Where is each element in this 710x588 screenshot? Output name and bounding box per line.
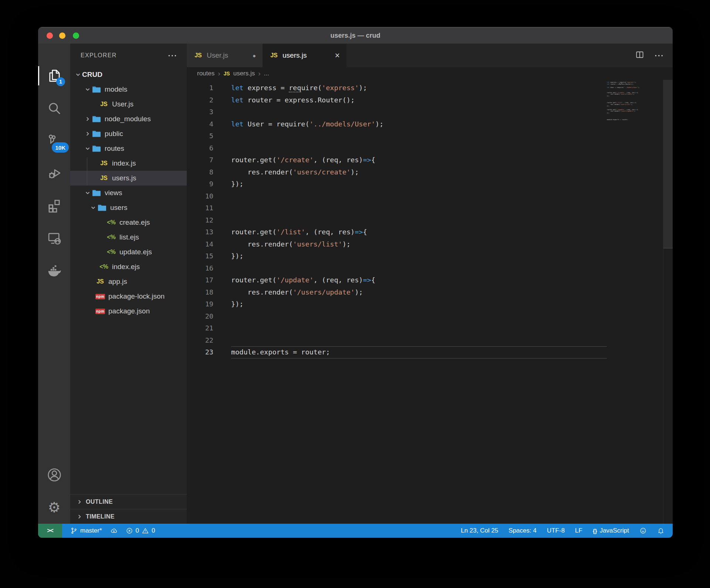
tree-item-user-js[interactable]: JSUser.js — [70, 97, 187, 112]
titlebar[interactable]: users.js — crud — [38, 27, 673, 44]
tab-user-js[interactable]: JS User.js ● — [187, 44, 263, 67]
notifications-item[interactable] — [657, 527, 665, 534]
code-line-17[interactable]: 17router.get('/update', (req, res)=>{ — [187, 274, 673, 286]
code-line-4[interactable]: 4let User = require('../models/User'); — [187, 118, 673, 130]
indent-guide — [87, 157, 87, 186]
tree-item-app-js[interactable]: JSapp.js — [70, 274, 187, 289]
breadcrumb-more[interactable]: ... — [264, 70, 269, 77]
minimap[interactable]: let express = require('express');let rou… — [607, 80, 663, 524]
line-content — [231, 310, 235, 323]
tree-item-public[interactable]: public — [70, 126, 187, 141]
error-icon — [126, 527, 133, 534]
indentation-item[interactable]: Spaces: 4 — [508, 527, 537, 534]
code-line-22[interactable]: 22 — [187, 334, 673, 347]
tree-item-crud[interactable]: CRUD — [70, 67, 187, 82]
source-control-icon[interactable]: 10K — [38, 125, 70, 157]
code-line-9[interactable]: 9}); — [187, 178, 673, 190]
line-content: }); — [231, 250, 243, 262]
run-debug-icon[interactable] — [38, 157, 70, 190]
docker-icon[interactable] — [38, 255, 70, 287]
desktop: users.js — crud 1 10K — [0, 0, 710, 588]
language-mode-item[interactable]: {} JavaScript — [593, 527, 629, 534]
editor-more-actions-icon[interactable]: ⋯ — [654, 51, 664, 60]
explorer-actions-more-icon[interactable]: ⋯ — [168, 51, 177, 60]
extensions-icon[interactable] — [38, 190, 70, 222]
code-line-8[interactable]: 8 res.render('users/create'); — [187, 166, 673, 179]
tree-item-index-ejs[interactable]: <%index.ejs — [70, 259, 187, 274]
tree-item-package-lock-json[interactable]: npmpackage-lock.json — [70, 289, 187, 304]
line-content — [231, 106, 235, 118]
code-line-19[interactable]: 19}); — [187, 298, 673, 310]
editor-area: JS User.js ● JS users.js × ⋯ — [187, 44, 673, 524]
tree-item-users-js[interactable]: JSusers.js — [70, 171, 187, 186]
explorer-icon[interactable]: 1 — [38, 60, 70, 92]
cursor-position-item[interactable]: Ln 23, Col 25 — [461, 527, 498, 534]
braces-icon: {} — [593, 528, 597, 534]
tree-item-label: app.js — [108, 278, 127, 286]
code-line-20[interactable]: 20 — [187, 310, 673, 323]
tree-item-package-json[interactable]: npmpackage.json — [70, 304, 187, 319]
code-line-3[interactable]: 3 — [187, 106, 673, 118]
scrollbar-slider[interactable] — [663, 80, 673, 248]
code-line-7[interactable]: 7router.get('/create', (req, res)=>{ — [187, 154, 673, 166]
code-line-14[interactable]: 14 res.render('users/list'); — [187, 238, 673, 251]
code-line-6[interactable]: 6 — [187, 142, 673, 154]
code-line-1[interactable]: 1let express = require('express'); — [187, 82, 673, 94]
code-editor[interactable]: 1let express = require('express');2let r… — [187, 80, 673, 524]
code-line-10[interactable]: 10 — [187, 190, 673, 203]
eol-item[interactable]: LF — [575, 527, 582, 534]
line-content: res.render('users/create'); — [231, 166, 359, 179]
code-line-5[interactable]: 5 — [187, 130, 673, 142]
encoding-item[interactable]: UTF-8 — [547, 527, 565, 534]
breadcrumb-file[interactable]: users.js — [233, 70, 255, 77]
line-content: module.exports = router; — [231, 346, 330, 358]
outline-panel-header[interactable]: OUTLINE — [70, 494, 187, 509]
code-line-11[interactable]: 11 — [187, 202, 673, 214]
code-line-23[interactable]: 23module.exports = router; — [187, 346, 673, 358]
split-editor-icon[interactable] — [635, 50, 645, 61]
tree-item-routes[interactable]: routes — [70, 141, 187, 156]
code-line-12[interactable]: 12 — [187, 214, 673, 227]
tab-label: User.js — [207, 51, 228, 60]
remote-explorer-icon[interactable] — [38, 222, 70, 255]
git-branch-item[interactable]: master* — [70, 527, 102, 534]
feedback-item[interactable] — [639, 527, 647, 534]
close-tab-icon[interactable]: × — [335, 51, 340, 60]
scrollbar[interactable] — [663, 80, 673, 524]
breadcrumb-folder[interactable]: routes — [197, 70, 214, 77]
problems-item[interactable]: 0 0 — [126, 527, 155, 534]
line-content: router.get('/update', (req, res)=>{ — [231, 274, 375, 286]
code-line-16[interactable]: 16 — [187, 262, 673, 275]
tree-item-list-ejs[interactable]: <%list.ejs — [70, 230, 187, 245]
code-line-15[interactable]: 15}); — [187, 250, 673, 262]
tree-item-models[interactable]: models — [70, 82, 187, 97]
sync-changes-item[interactable] — [110, 527, 118, 534]
search-icon[interactable] — [38, 92, 70, 125]
code-line-21[interactable]: 21 — [187, 322, 673, 334]
tree-item-create-ejs[interactable]: <%create.ejs — [70, 215, 187, 230]
code-line-2[interactable]: 2let router = express.Router(); — [187, 94, 673, 106]
tree-item-node-modules[interactable]: node_modules — [70, 112, 187, 126]
tree-item-label: public — [105, 130, 123, 138]
tree-item-index-js[interactable]: JSindex.js — [70, 156, 187, 171]
tree-item-update-ejs[interactable]: <%update.ejs — [70, 245, 187, 259]
warning-icon — [142, 527, 149, 534]
line-content — [231, 190, 235, 203]
line-content — [231, 130, 235, 142]
accounts-icon[interactable] — [38, 459, 70, 491]
file-tree: CRUDmodelsJSUser.jsnode_modulespublicrou… — [70, 67, 187, 319]
remote-indicator[interactable]: >< — [38, 524, 62, 538]
line-number: 19 — [187, 298, 213, 310]
settings-gear-icon[interactable]: ⚙ — [38, 491, 70, 524]
code-line-18[interactable]: 18 res.render('/users/update'); — [187, 286, 673, 299]
code-line-13[interactable]: 13router.get('/list', (req, res)=>{ — [187, 226, 673, 238]
tab-users-js[interactable]: JS users.js × — [263, 44, 346, 67]
modified-dot-icon[interactable]: ● — [253, 52, 256, 59]
folder-icon — [92, 115, 101, 123]
tree-item-users[interactable]: users — [70, 200, 187, 215]
activity-bar: 1 10K — [38, 44, 70, 524]
timeline-panel-header[interactable]: TIMELINE — [70, 509, 187, 524]
js-file-icon: JS — [99, 100, 109, 108]
line-number: 16 — [187, 262, 213, 275]
tree-item-views[interactable]: views — [70, 186, 187, 200]
